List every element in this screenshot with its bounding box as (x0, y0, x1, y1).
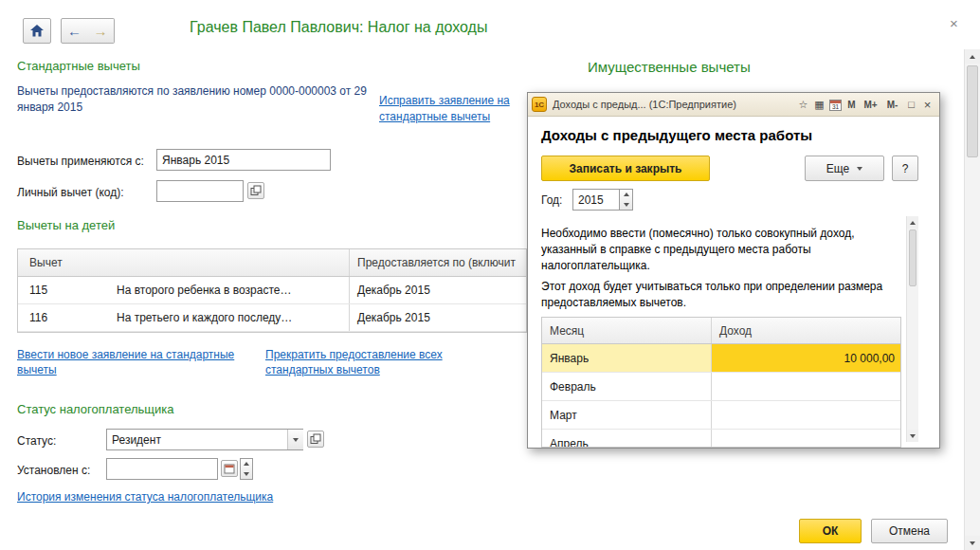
status-from-spinner[interactable] (240, 458, 253, 480)
deduction-until: Декабрь 2015 (349, 277, 526, 303)
calendar-31-icon[interactable]: 31 (827, 97, 844, 113)
window-close-icon[interactable]: × (950, 15, 958, 31)
cancel-button[interactable]: Отмена (871, 519, 948, 543)
personal-deduction-input[interactable] (156, 180, 244, 202)
favorite-star-icon[interactable]: ☆ (795, 97, 811, 113)
statement-text: Вычеты предоставляются по заявлению номе… (17, 83, 368, 116)
memory-m-minus-button[interactable]: М- (881, 97, 903, 113)
personal-deduction-choice-button[interactable] (247, 182, 264, 199)
maximize-icon[interactable]: □ (903, 97, 919, 113)
personal-deduction-label: Личный вычет (код): (17, 186, 124, 199)
choice-list-icon (310, 433, 321, 445)
home-icon (30, 25, 44, 37)
calendar-icon (224, 463, 235, 474)
month-cell[interactable]: Февраль (542, 373, 711, 400)
income-cell[interactable] (711, 373, 900, 400)
save-and-close-button[interactable]: Записать и закрыть (541, 156, 710, 181)
year-input[interactable] (572, 189, 620, 211)
status-choice-button[interactable] (307, 431, 324, 448)
scroll-up-icon[interactable] (907, 216, 918, 229)
main-scrollbar[interactable] (964, 49, 980, 550)
chevron-down-icon (293, 438, 299, 442)
forward-button[interactable]: → (87, 18, 115, 44)
column-header-income[interactable]: Доход (711, 318, 900, 343)
spinner-up-icon[interactable] (241, 459, 252, 469)
year-spinner[interactable] (620, 189, 633, 211)
new-statement-link[interactable]: Ввести новое заявление на стандартные вы… (17, 347, 254, 377)
income-table: Месяц Доход Январь 10 000,00 Февраль Мар… (541, 317, 901, 448)
status-from-input[interactable] (106, 458, 218, 480)
dialog-title: Доходы с предыдущего места работы (541, 127, 812, 143)
dialog-window: 1С Доходы с предыд... (1С:Предприятие) ☆… (527, 92, 940, 449)
spinner-up-icon[interactable] (620, 190, 632, 200)
status-label: Статус: (17, 434, 56, 448)
memory-m-button[interactable]: М (844, 97, 860, 113)
scroll-up-icon[interactable] (965, 49, 980, 64)
children-deductions-table: Вычет Предоставляется по (включит 115 На… (17, 248, 527, 333)
status-from-calendar-button[interactable] (221, 460, 238, 477)
dialog-titlebar-text: Доходы с предыд... (1С:Предприятие) (553, 99, 736, 110)
income-cell[interactable]: 10 000,00 (711, 344, 900, 372)
back-icon: ← (67, 23, 82, 39)
applies-from-label: Вычеты применяются с: (17, 155, 144, 168)
income-row[interactable]: Апрель (542, 430, 900, 448)
dialog-close-icon[interactable]: × (919, 97, 935, 113)
income-row[interactable]: Февраль (542, 373, 900, 401)
income-cell[interactable] (711, 401, 900, 429)
scroll-down-icon[interactable] (965, 536, 980, 550)
month-cell[interactable]: Март (542, 401, 711, 429)
taxpayer-status-heading: Статус налогоплательщика (17, 402, 173, 416)
spinner-down-icon[interactable] (620, 200, 632, 211)
page-title: Грачев Павел Павлович: Налог на доходы (190, 19, 487, 36)
deduction-until: Декабрь 2015 (349, 304, 526, 331)
income-row[interactable]: Январь 10 000,00 (542, 344, 900, 373)
back-button[interactable]: ← (61, 18, 88, 44)
scroll-down-icon[interactable] (907, 430, 918, 442)
svg-text:31: 31 (832, 103, 840, 110)
status-combo-input[interactable] (106, 429, 303, 450)
memory-m-plus-button[interactable]: М+ (860, 97, 881, 113)
year-label: Год: (541, 193, 562, 207)
more-button[interactable]: Еще (805, 156, 884, 181)
stop-deductions-link[interactable]: Прекратить предоставление всех стандартн… (265, 347, 488, 377)
dialog-titlebar[interactable]: 1С Доходы с предыд... (1С:Предприятие) ☆… (528, 93, 939, 117)
column-header-month[interactable]: Месяц (542, 318, 711, 343)
help-button[interactable]: ? (892, 156, 918, 181)
column-header-until[interactable]: Предоставляется по (включит (349, 249, 526, 276)
deduction-code: 115 (18, 284, 117, 297)
children-deductions-heading: Вычеты на детей (17, 218, 115, 232)
applies-from-input[interactable] (156, 149, 331, 171)
main-scrollbar-thumb[interactable] (967, 65, 978, 157)
status-dropdown-button[interactable] (287, 430, 303, 449)
choice-list-icon (250, 185, 262, 196)
more-button-label: Еще (826, 162, 849, 175)
fix-statement-link[interactable]: Исправить заявление на стандартные вычет… (379, 93, 531, 125)
dialog-note-2: Этот доход будет учитываться только при … (541, 279, 899, 311)
month-cell[interactable]: Январь (542, 344, 711, 372)
deduction-code: 116 (18, 311, 117, 324)
table-row[interactable]: 115 На второго ребенка в возрасте… Декаб… (18, 277, 526, 304)
status-from-label: Установлен с: (17, 464, 90, 477)
ok-button[interactable]: ОК (799, 519, 862, 543)
home-button[interactable] (23, 18, 51, 44)
income-row[interactable]: Март (542, 401, 900, 430)
forward-icon: → (94, 23, 108, 39)
standard-deductions-heading: Стандартные вычеты (17, 59, 140, 73)
status-history-link[interactable]: История изменения статуса налогоплательщ… (17, 490, 273, 504)
grid-icon[interactable]: ▦ (811, 97, 827, 113)
dialog-note-1: Необходимо ввести (помесячно) только сов… (541, 226, 899, 274)
income-table-header: Месяц Доход (542, 318, 900, 344)
chevron-down-icon (857, 167, 862, 171)
spinner-down-icon[interactable] (241, 469, 252, 480)
column-header-deduction[interactable]: Вычет (18, 249, 349, 276)
dialog-scrollbar[interactable] (906, 216, 918, 442)
dialog-scrollbar-thumb[interactable] (909, 229, 916, 286)
main-form: ← → Грачев Павел Павлович: Налог на дохо… (0, 0, 980, 550)
table-row[interactable]: 116 На третьего и каждого последу… Декаб… (18, 304, 526, 332)
income-cell[interactable] (711, 430, 900, 448)
deduction-name: На третьего и каждого последу… (117, 311, 292, 324)
property-deductions-heading: Имущественные вычеты (588, 59, 751, 75)
1c-logo-icon: 1С (532, 97, 547, 112)
month-cell[interactable]: Апрель (542, 430, 711, 448)
deduction-name: На второго ребенка в возрасте… (117, 284, 291, 297)
